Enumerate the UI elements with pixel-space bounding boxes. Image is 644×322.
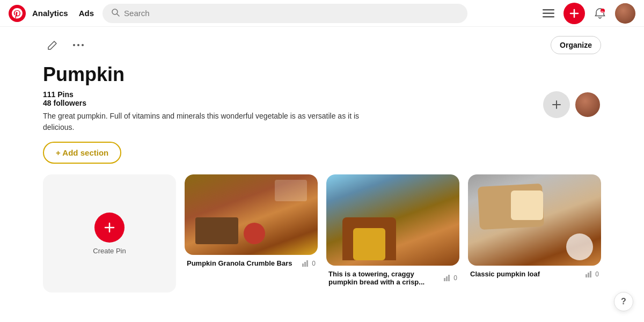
svg-rect-20: [444, 278, 445, 281]
pin-title: Classic pumpkin loaf: [470, 270, 586, 278]
pin-stats: 0: [586, 270, 599, 278]
pin-card[interactable]: This is a towering, craggy pumpkin bread…: [326, 174, 459, 292]
pin-footer: Pumpkin Granola Crumble Bars 0: [185, 255, 318, 269]
pin-stats: 0: [302, 260, 316, 267]
svg-rect-25: [590, 271, 591, 277]
search-input[interactable]: [124, 9, 459, 18]
svg-point-11: [77, 44, 79, 46]
organize-button[interactable]: Organize: [551, 36, 601, 54]
pin-card[interactable]: Classic pumpkin loaf 0: [468, 174, 601, 292]
board-toolbar: Organize: [43, 27, 601, 59]
header: Analytics Ads: [0, 0, 644, 27]
more-options-button[interactable]: [69, 35, 88, 55]
svg-point-10: [73, 44, 75, 46]
svg-rect-4: [543, 12, 554, 14]
add-collaborator-button[interactable]: [543, 91, 570, 118]
board-collaborators: [543, 91, 601, 118]
svg-rect-18: [304, 262, 306, 267]
svg-rect-21: [446, 276, 448, 281]
pin-footer: Classic pumpkin loaf 0: [468, 266, 601, 280]
svg-rect-3: [543, 9, 554, 11]
svg-rect-23: [586, 274, 587, 277]
nav-analytics[interactable]: Analytics: [32, 9, 68, 18]
svg-point-0: [9, 5, 26, 22]
create-pin-card[interactable]: Create Pin: [43, 174, 176, 292]
user-avatar[interactable]: [615, 3, 635, 24]
notifications-button[interactable]: 9+: [589, 3, 611, 24]
svg-rect-22: [448, 275, 450, 281]
nav-ads[interactable]: Ads: [79, 9, 94, 18]
add-section-area: + Add section: [43, 142, 601, 164]
board-meta: 111 Pins 48 followers: [43, 90, 601, 107]
svg-rect-17: [302, 264, 304, 267]
svg-line-2: [117, 14, 119, 16]
followers-label: followers: [53, 99, 86, 107]
pin-footer: This is a towering, craggy pumpkin bread…: [326, 266, 459, 288]
add-section-button[interactable]: + Add section: [43, 142, 121, 164]
help-button[interactable]: ?: [614, 292, 633, 311]
pinterest-logo[interactable]: [9, 5, 26, 22]
pins-label: Pins: [57, 90, 74, 99]
add-pin-button[interactable]: [564, 3, 585, 24]
board-toolbar-left: [43, 35, 88, 55]
pins-count: 111: [43, 90, 55, 99]
pin-title: Pumpkin Granola Crumble Bars: [187, 259, 302, 267]
create-pin-icon: [94, 213, 125, 243]
svg-point-12: [82, 44, 84, 46]
pins-grid: Create Pin Pumpkin Granola Crumble Bars …: [43, 174, 601, 292]
menu-button[interactable]: [538, 3, 559, 24]
search-bar: [103, 4, 467, 23]
followers-count: 48: [43, 99, 52, 107]
svg-rect-19: [306, 260, 308, 267]
search-icon: [111, 8, 120, 19]
edit-board-button[interactable]: [43, 35, 62, 55]
svg-rect-5: [543, 16, 554, 18]
board-content: Organize Pumpkin 111 Pins 48 followers T…: [0, 27, 644, 322]
collaborator-avatar[interactable]: [574, 91, 601, 118]
board-title: Pumpkin: [43, 63, 601, 86]
header-right: 9+: [529, 3, 635, 24]
pin-title: This is a towering, craggy pumpkin bread…: [328, 270, 444, 286]
svg-text:9+: 9+: [601, 10, 604, 13]
create-pin-label: Create Pin: [93, 247, 126, 255]
pin-stats: 0: [444, 274, 457, 282]
pin-card[interactable]: Pumpkin Granola Crumble Bars 0: [185, 174, 318, 292]
svg-rect-24: [588, 273, 589, 277]
board-description: The great pumpkin. Full of vitamins and …: [43, 111, 365, 133]
header-nav: Analytics Ads: [32, 9, 94, 18]
